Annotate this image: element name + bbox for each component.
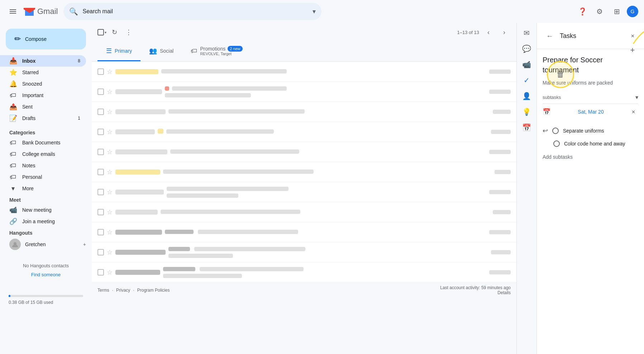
table-row[interactable]: ☆ bbox=[92, 142, 516, 162]
hangout-contact-gretchen[interactable]: Gretchen + bbox=[0, 237, 92, 252]
table-row[interactable]: ☆ bbox=[92, 62, 516, 82]
subtask-radio-separate[interactable] bbox=[552, 128, 559, 134]
star-icon[interactable]: ☆ bbox=[107, 168, 113, 176]
table-row[interactable]: ☆ bbox=[92, 182, 516, 202]
sidebar-item-college-emails[interactable]: 🏷 College emails bbox=[0, 148, 86, 160]
program-policies-link[interactable]: Program Policies bbox=[137, 288, 170, 293]
hangouts-header: Hangouts bbox=[0, 227, 92, 237]
tabs: ☰ Primary 👥 Social 🏷 Promotions 2 new RE… bbox=[92, 42, 516, 62]
row-checkbox[interactable] bbox=[97, 149, 104, 155]
star-icon[interactable]: ☆ bbox=[107, 108, 113, 116]
side-tasks-button[interactable]: ✓ bbox=[520, 73, 534, 87]
compose-button[interactable]: ✏ Compose bbox=[6, 29, 86, 49]
add-task-button[interactable]: + bbox=[627, 44, 638, 56]
star-icon[interactable]: ☆ bbox=[107, 148, 113, 156]
row-checkbox[interactable] bbox=[97, 269, 104, 276]
sidebar-item-notes[interactable]: 🏷 Notes bbox=[0, 160, 86, 171]
row-checkbox[interactable] bbox=[97, 68, 104, 75]
refresh-button[interactable]: ↻ bbox=[108, 26, 121, 39]
starred-icon: ⭐ bbox=[9, 68, 16, 76]
sidebar-item-inbox[interactable]: 📥 Inbox 8 bbox=[0, 55, 86, 67]
search-expand-icon[interactable]: ▾ bbox=[313, 8, 316, 15]
tab-primary[interactable]: ☰ Primary bbox=[97, 42, 140, 61]
row-checkbox[interactable] bbox=[97, 189, 104, 195]
row-checkbox[interactable] bbox=[97, 88, 104, 95]
sidebar-item-new-meeting[interactable]: 📹 New meeting bbox=[0, 204, 86, 216]
more-options-button[interactable]: ⋮ bbox=[122, 26, 135, 39]
star-icon[interactable]: ☆ bbox=[107, 268, 113, 276]
side-contacts-button[interactable]: 👤 bbox=[520, 89, 534, 103]
hangout-add-icon[interactable]: + bbox=[83, 241, 86, 247]
row-checkbox[interactable] bbox=[97, 249, 104, 255]
drafts-icon: 📝 bbox=[9, 114, 16, 122]
subtask-radio-color-code[interactable] bbox=[553, 140, 560, 147]
star-icon[interactable]: ☆ bbox=[107, 248, 113, 256]
sidebar-item-important[interactable]: 🏷 Important bbox=[0, 90, 86, 101]
sidebar-item-drafts[interactable]: 📝 Drafts 1 bbox=[0, 113, 86, 124]
sidebar-item-snoozed[interactable]: 🔔 Snoozed bbox=[0, 78, 86, 90]
table-row[interactable]: ☆ bbox=[92, 222, 516, 242]
sidebar-item-join-meeting[interactable]: 🔗 Join a meeting bbox=[0, 216, 86, 227]
sidebar-item-more[interactable]: ▾ More bbox=[0, 183, 86, 194]
body-tag bbox=[158, 129, 163, 134]
search-bar[interactable]: 🔍 ▾ bbox=[63, 3, 321, 20]
sidebar-item-personal[interactable]: 🏷 Personal bbox=[0, 171, 86, 183]
time-placeholder bbox=[489, 90, 511, 94]
personal-label: Personal bbox=[22, 174, 42, 180]
next-page-button[interactable]: › bbox=[498, 26, 511, 39]
task-panel-close-button[interactable]: ✕ bbox=[627, 30, 638, 42]
task-date-close-button[interactable]: ✕ bbox=[628, 107, 638, 117]
prev-page-button[interactable]: ‹ bbox=[482, 26, 495, 39]
table-row[interactable]: ☆ bbox=[92, 102, 516, 122]
details-link[interactable]: Details bbox=[497, 290, 511, 295]
sidebar-item-sent[interactable]: 📤 Sent bbox=[0, 101, 86, 113]
star-icon[interactable]: ☆ bbox=[107, 208, 113, 216]
star-icon[interactable]: ☆ bbox=[107, 188, 113, 196]
table-row[interactable]: ☆ bbox=[92, 162, 516, 182]
terms-link[interactable]: Terms bbox=[97, 288, 109, 293]
side-calendar-button[interactable]: 📅 bbox=[520, 120, 534, 135]
row-checkbox[interactable] bbox=[97, 209, 104, 215]
tab-promotions[interactable]: 🏷 Promotions 2 new REVOLVE, Target bbox=[182, 42, 251, 61]
settings-button[interactable]: ⚙ bbox=[592, 4, 607, 19]
row-checkbox[interactable] bbox=[97, 229, 104, 235]
side-mail-button[interactable]: ✉ bbox=[520, 26, 534, 40]
side-meet-button[interactable]: 📹 bbox=[520, 57, 534, 72]
star-icon[interactable]: ☆ bbox=[107, 228, 113, 236]
avatar[interactable]: G bbox=[627, 6, 638, 17]
hangouts-empty-text: No Hangouts contacts bbox=[6, 263, 86, 268]
select-all-chevron[interactable]: ▾ bbox=[105, 30, 106, 34]
sidebar-item-starred[interactable]: ⭐ Starred bbox=[0, 67, 86, 78]
table-row[interactable]: ☆ bbox=[92, 262, 516, 282]
label-icon-college: 🏷 bbox=[9, 150, 16, 158]
privacy-link[interactable]: Privacy bbox=[116, 288, 130, 293]
table-row[interactable]: ☆ bbox=[92, 82, 516, 102]
table-row[interactable]: ☆ bbox=[92, 122, 516, 142]
row-checkbox[interactable] bbox=[97, 169, 104, 175]
search-input[interactable] bbox=[82, 8, 308, 15]
tab-social[interactable]: 👥 Social bbox=[140, 42, 182, 61]
star-icon[interactable]: ☆ bbox=[107, 128, 113, 136]
email-body bbox=[168, 247, 488, 258]
task-date: Sat, Mar 20 bbox=[578, 109, 604, 115]
add-subtask-area[interactable]: Add subtasks bbox=[543, 151, 638, 163]
row-checkbox[interactable] bbox=[97, 129, 104, 135]
star-icon[interactable]: ☆ bbox=[107, 88, 113, 96]
sidebar-item-bank-documents[interactable]: 🏷 Bank Documents bbox=[0, 137, 86, 148]
apps-button[interactable]: ⊞ bbox=[610, 4, 624, 19]
subtasks-expand-button[interactable]: ▾ bbox=[635, 94, 638, 101]
time-placeholder bbox=[489, 230, 511, 234]
help-button[interactable]: ❓ bbox=[575, 4, 590, 19]
back-button[interactable]: ← bbox=[543, 29, 557, 43]
hamburger-button[interactable] bbox=[6, 4, 20, 19]
star-icon[interactable]: ☆ bbox=[107, 68, 113, 76]
select-all-checkbox[interactable] bbox=[97, 29, 104, 35]
side-keep-button[interactable]: 💡 bbox=[520, 105, 534, 119]
table-row[interactable]: ☆ bbox=[92, 242, 516, 262]
find-someone-link[interactable]: Find someone bbox=[31, 272, 61, 277]
email-body bbox=[161, 69, 486, 75]
select-all-area[interactable]: ▾ bbox=[97, 29, 106, 35]
side-chat-button[interactable]: 💬 bbox=[520, 42, 534, 56]
table-row[interactable]: ☆ bbox=[92, 202, 516, 222]
row-checkbox[interactable] bbox=[97, 109, 104, 115]
